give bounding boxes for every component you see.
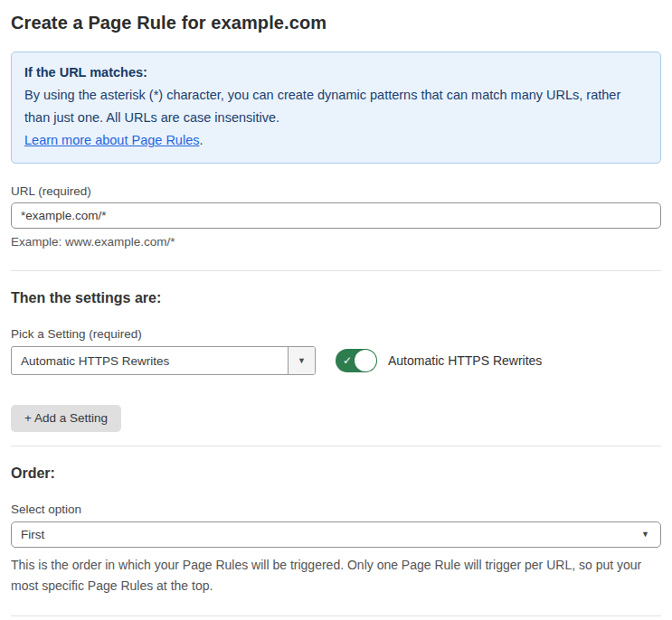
order-select-value: First: [21, 528, 44, 541]
setting-toggle-wrap: ✓ Automatic HTTPS Rewrites: [336, 349, 542, 372]
divider: [11, 446, 661, 446]
divider: [11, 615, 661, 616]
pick-setting-label: Pick a Setting (required): [11, 327, 661, 341]
order-helper-text: This is the order in which your Page Rul…: [11, 555, 661, 597]
url-matches-info-box: If the URL matches: By using the asteris…: [11, 52, 661, 164]
order-select[interactable]: First ▼: [11, 521, 661, 548]
create-page-rule-form: Create a Page Rule for example.com If th…: [0, 0, 672, 620]
add-setting-button[interactable]: + Add a Setting: [11, 405, 121, 432]
link-suffix: .: [199, 133, 203, 147]
url-input[interactable]: [11, 202, 661, 229]
automatic-https-rewrites-toggle[interactable]: ✓: [336, 349, 377, 372]
info-box-heading: If the URL matches:: [24, 61, 648, 84]
select-option-label: Select option: [11, 503, 661, 516]
toggle-knob: [355, 350, 376, 371]
setting-dropdown-value: Automatic HTTPS Rewrites: [12, 347, 288, 374]
setting-dropdown[interactable]: Automatic HTTPS Rewrites ▼: [11, 346, 316, 375]
check-icon: ✓: [343, 355, 352, 366]
page-title: Create a Page Rule for example.com: [11, 13, 661, 33]
order-heading: Order:: [11, 465, 661, 482]
url-helper-text: Example: www.example.com/*: [11, 235, 661, 249]
toggle-label: Automatic HTTPS Rewrites: [388, 353, 542, 368]
setting-dropdown-arrow-button[interactable]: ▼: [288, 347, 315, 374]
url-label: URL (required): [11, 184, 661, 198]
learn-more-link[interactable]: Learn more about Page Rules: [24, 133, 199, 147]
info-box-body: By using the asterisk (*) character, you…: [24, 84, 648, 129]
setting-controls-row: Automatic HTTPS Rewrites ▼ ✓ Automatic H…: [11, 346, 661, 375]
chevron-down-icon: ▼: [641, 530, 649, 539]
info-box-link-row: Learn more about Page Rules.: [24, 129, 648, 152]
settings-heading: Then the settings are:: [11, 290, 661, 306]
chevron-down-icon: ▼: [298, 356, 306, 365]
divider: [11, 270, 661, 271]
